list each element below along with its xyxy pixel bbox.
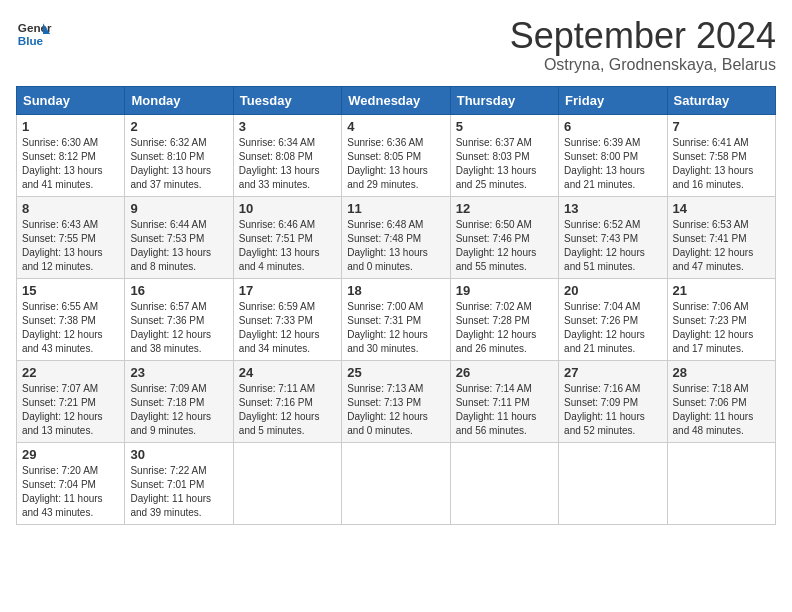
day-number: 22	[22, 365, 119, 380]
day-info: Sunrise: 6:41 AMSunset: 7:58 PMDaylight:…	[673, 136, 770, 192]
calendar-cell: 3Sunrise: 6:34 AMSunset: 8:08 PMDaylight…	[233, 114, 341, 196]
calendar-cell	[233, 442, 341, 524]
day-number: 30	[130, 447, 227, 462]
calendar-cell: 21Sunrise: 7:06 AMSunset: 7:23 PMDayligh…	[667, 278, 775, 360]
logo: General Blue	[16, 16, 52, 52]
days-header-row: Sunday Monday Tuesday Wednesday Thursday…	[17, 86, 776, 114]
day-info: Sunrise: 6:44 AMSunset: 7:53 PMDaylight:…	[130, 218, 227, 274]
calendar-row: 8Sunrise: 6:43 AMSunset: 7:55 PMDaylight…	[17, 196, 776, 278]
svg-text:Blue: Blue	[18, 34, 44, 47]
day-info: Sunrise: 6:37 AMSunset: 8:03 PMDaylight:…	[456, 136, 553, 192]
day-info: Sunrise: 6:46 AMSunset: 7:51 PMDaylight:…	[239, 218, 336, 274]
day-info: Sunrise: 6:52 AMSunset: 7:43 PMDaylight:…	[564, 218, 661, 274]
header-thursday: Thursday	[450, 86, 558, 114]
day-info: Sunrise: 7:00 AMSunset: 7:31 PMDaylight:…	[347, 300, 444, 356]
day-info: Sunrise: 6:59 AMSunset: 7:33 PMDaylight:…	[239, 300, 336, 356]
day-number: 2	[130, 119, 227, 134]
day-info: Sunrise: 7:02 AMSunset: 7:28 PMDaylight:…	[456, 300, 553, 356]
day-info: Sunrise: 6:30 AMSunset: 8:12 PMDaylight:…	[22, 136, 119, 192]
calendar-row: 29Sunrise: 7:20 AMSunset: 7:04 PMDayligh…	[17, 442, 776, 524]
calendar-cell: 7Sunrise: 6:41 AMSunset: 7:58 PMDaylight…	[667, 114, 775, 196]
calendar-cell: 10Sunrise: 6:46 AMSunset: 7:51 PMDayligh…	[233, 196, 341, 278]
day-number: 12	[456, 201, 553, 216]
day-info: Sunrise: 6:32 AMSunset: 8:10 PMDaylight:…	[130, 136, 227, 192]
calendar-cell	[667, 442, 775, 524]
day-number: 23	[130, 365, 227, 380]
day-number: 26	[456, 365, 553, 380]
day-number: 17	[239, 283, 336, 298]
calendar-row: 22Sunrise: 7:07 AMSunset: 7:21 PMDayligh…	[17, 360, 776, 442]
header-friday: Friday	[559, 86, 667, 114]
calendar-cell: 8Sunrise: 6:43 AMSunset: 7:55 PMDaylight…	[17, 196, 125, 278]
calendar-title: September 2024	[510, 16, 776, 56]
day-info: Sunrise: 6:36 AMSunset: 8:05 PMDaylight:…	[347, 136, 444, 192]
day-number: 18	[347, 283, 444, 298]
calendar-cell	[450, 442, 558, 524]
day-number: 21	[673, 283, 770, 298]
header-wednesday: Wednesday	[342, 86, 450, 114]
day-info: Sunrise: 6:43 AMSunset: 7:55 PMDaylight:…	[22, 218, 119, 274]
calendar-cell: 9Sunrise: 6:44 AMSunset: 7:53 PMDaylight…	[125, 196, 233, 278]
calendar-cell: 20Sunrise: 7:04 AMSunset: 7:26 PMDayligh…	[559, 278, 667, 360]
logo-icon: General Blue	[16, 16, 52, 52]
day-info: Sunrise: 7:09 AMSunset: 7:18 PMDaylight:…	[130, 382, 227, 438]
day-number: 1	[22, 119, 119, 134]
calendar-row: 1Sunrise: 6:30 AMSunset: 8:12 PMDaylight…	[17, 114, 776, 196]
day-number: 9	[130, 201, 227, 216]
day-number: 14	[673, 201, 770, 216]
calendar-cell: 4Sunrise: 6:36 AMSunset: 8:05 PMDaylight…	[342, 114, 450, 196]
day-number: 19	[456, 283, 553, 298]
day-info: Sunrise: 6:48 AMSunset: 7:48 PMDaylight:…	[347, 218, 444, 274]
day-number: 7	[673, 119, 770, 134]
calendar-row: 15Sunrise: 6:55 AMSunset: 7:38 PMDayligh…	[17, 278, 776, 360]
calendar-cell: 13Sunrise: 6:52 AMSunset: 7:43 PMDayligh…	[559, 196, 667, 278]
day-info: Sunrise: 7:16 AMSunset: 7:09 PMDaylight:…	[564, 382, 661, 438]
calendar-cell: 25Sunrise: 7:13 AMSunset: 7:13 PMDayligh…	[342, 360, 450, 442]
day-info: Sunrise: 7:07 AMSunset: 7:21 PMDaylight:…	[22, 382, 119, 438]
calendar-cell: 29Sunrise: 7:20 AMSunset: 7:04 PMDayligh…	[17, 442, 125, 524]
calendar-table: Sunday Monday Tuesday Wednesday Thursday…	[16, 86, 776, 525]
calendar-cell: 12Sunrise: 6:50 AMSunset: 7:46 PMDayligh…	[450, 196, 558, 278]
day-number: 11	[347, 201, 444, 216]
calendar-cell: 30Sunrise: 7:22 AMSunset: 7:01 PMDayligh…	[125, 442, 233, 524]
header-monday: Monday	[125, 86, 233, 114]
day-info: Sunrise: 7:22 AMSunset: 7:01 PMDaylight:…	[130, 464, 227, 520]
day-info: Sunrise: 7:18 AMSunset: 7:06 PMDaylight:…	[673, 382, 770, 438]
header-tuesday: Tuesday	[233, 86, 341, 114]
day-number: 5	[456, 119, 553, 134]
day-number: 6	[564, 119, 661, 134]
header-sunday: Sunday	[17, 86, 125, 114]
day-info: Sunrise: 6:39 AMSunset: 8:00 PMDaylight:…	[564, 136, 661, 192]
title-area: September 2024 Ostryna, Grodnenskaya, Be…	[510, 16, 776, 74]
calendar-subtitle: Ostryna, Grodnenskaya, Belarus	[510, 56, 776, 74]
calendar-cell: 23Sunrise: 7:09 AMSunset: 7:18 PMDayligh…	[125, 360, 233, 442]
day-number: 27	[564, 365, 661, 380]
day-info: Sunrise: 7:06 AMSunset: 7:23 PMDaylight:…	[673, 300, 770, 356]
header-saturday: Saturday	[667, 86, 775, 114]
calendar-body: 1Sunrise: 6:30 AMSunset: 8:12 PMDaylight…	[17, 114, 776, 524]
calendar-cell	[559, 442, 667, 524]
day-info: Sunrise: 7:13 AMSunset: 7:13 PMDaylight:…	[347, 382, 444, 438]
calendar-cell: 24Sunrise: 7:11 AMSunset: 7:16 PMDayligh…	[233, 360, 341, 442]
day-number: 25	[347, 365, 444, 380]
calendar-cell: 11Sunrise: 6:48 AMSunset: 7:48 PMDayligh…	[342, 196, 450, 278]
day-info: Sunrise: 7:20 AMSunset: 7:04 PMDaylight:…	[22, 464, 119, 520]
calendar-cell: 5Sunrise: 6:37 AMSunset: 8:03 PMDaylight…	[450, 114, 558, 196]
day-number: 29	[22, 447, 119, 462]
calendar-cell: 26Sunrise: 7:14 AMSunset: 7:11 PMDayligh…	[450, 360, 558, 442]
day-number: 24	[239, 365, 336, 380]
calendar-cell: 14Sunrise: 6:53 AMSunset: 7:41 PMDayligh…	[667, 196, 775, 278]
day-number: 10	[239, 201, 336, 216]
calendar-cell: 1Sunrise: 6:30 AMSunset: 8:12 PMDaylight…	[17, 114, 125, 196]
calendar-cell: 28Sunrise: 7:18 AMSunset: 7:06 PMDayligh…	[667, 360, 775, 442]
day-number: 20	[564, 283, 661, 298]
day-number: 8	[22, 201, 119, 216]
calendar-cell: 17Sunrise: 6:59 AMSunset: 7:33 PMDayligh…	[233, 278, 341, 360]
day-info: Sunrise: 7:14 AMSunset: 7:11 PMDaylight:…	[456, 382, 553, 438]
calendar-cell	[342, 442, 450, 524]
day-info: Sunrise: 6:34 AMSunset: 8:08 PMDaylight:…	[239, 136, 336, 192]
calendar-cell: 16Sunrise: 6:57 AMSunset: 7:36 PMDayligh…	[125, 278, 233, 360]
day-info: Sunrise: 6:53 AMSunset: 7:41 PMDaylight:…	[673, 218, 770, 274]
day-info: Sunrise: 6:55 AMSunset: 7:38 PMDaylight:…	[22, 300, 119, 356]
calendar-cell: 15Sunrise: 6:55 AMSunset: 7:38 PMDayligh…	[17, 278, 125, 360]
